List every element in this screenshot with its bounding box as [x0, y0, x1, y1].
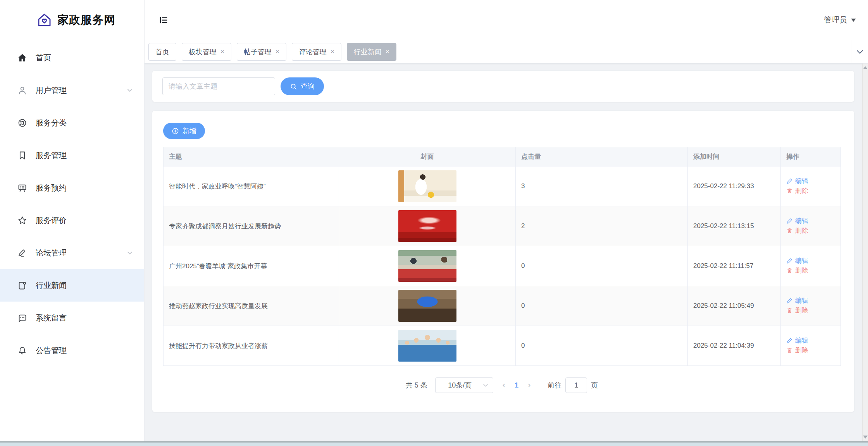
trash-icon: [786, 347, 793, 353]
chevron-down-icon: [126, 249, 133, 256]
bell-icon: [17, 345, 28, 356]
tab-label: 评论管理: [299, 47, 327, 57]
tab-comment-management[interactable]: 评论管理×: [292, 43, 341, 61]
sidebar-item-service-review[interactable]: 服务评价: [0, 204, 144, 237]
column-header-actions: 操作: [781, 147, 841, 166]
search-icon: [290, 83, 297, 90]
search-panel: 查询: [152, 71, 854, 102]
edit-link[interactable]: 编辑: [786, 216, 808, 225]
column-header-cover: 封面: [339, 147, 516, 166]
board-icon: [17, 183, 28, 193]
subject-cell: 广州2025“春暖羊城”家政集市开幕: [164, 246, 339, 286]
app-logo: 家政服务网: [0, 0, 144, 40]
clicks-cell: 0: [516, 326, 688, 366]
edit-pencil-icon: [786, 218, 793, 224]
cover-image: [398, 170, 456, 202]
horizontal-scrollbar[interactable]: [0, 441, 868, 446]
delete-link[interactable]: 删除: [786, 306, 808, 315]
sidebar-item-user-management[interactable]: 用户管理: [0, 74, 144, 106]
circle-plus-icon: [172, 127, 179, 135]
bookmark-icon: [17, 150, 28, 161]
scrollbar-down-arrow-icon[interactable]: [863, 436, 868, 439]
sidebar-item-label: 服务预约: [36, 183, 67, 193]
cover-image: [398, 250, 456, 282]
sidebar-item-label: 公告管理: [36, 345, 67, 356]
table-row: 广州2025“春暖羊城”家政集市开幕 0 2025-02-22 11:11:57…: [164, 246, 841, 286]
sidebar-item-service-management[interactable]: 服务管理: [0, 139, 144, 172]
sidebar-item-label: 服务管理: [36, 150, 67, 161]
add-button[interactable]: 新增: [163, 123, 205, 139]
delete-link[interactable]: 删除: [786, 226, 808, 235]
sidebar-item-forum-management[interactable]: 论坛管理: [0, 237, 144, 269]
admin-dropdown[interactable]: 管理员: [824, 15, 856, 25]
prev-page-button[interactable]: ‹: [500, 380, 508, 390]
goto-label: 前往: [548, 381, 561, 390]
sidebar: 家政服务网 首页 用户管理 服务分类: [0, 0, 145, 441]
vertical-scrollbar[interactable]: [862, 63, 868, 441]
sidebar-item-system-messages[interactable]: 系统留言: [0, 302, 144, 334]
scrollbar-up-arrow-icon[interactable]: [863, 66, 868, 69]
trash-icon: [786, 187, 793, 194]
admin-name: 管理员: [824, 15, 847, 25]
star-icon: [17, 215, 28, 226]
sidebar-item-label: 服务评价: [36, 215, 67, 226]
query-button[interactable]: 查询: [281, 77, 324, 95]
next-page-button[interactable]: ›: [525, 380, 533, 390]
delete-link[interactable]: 删除: [786, 346, 808, 355]
goto-page-input[interactable]: [565, 377, 587, 393]
close-icon[interactable]: ×: [331, 48, 334, 55]
sidebar-item-label: 系统留言: [36, 313, 67, 323]
tab-label: 板块管理: [189, 47, 217, 57]
clicks-cell: 0: [516, 286, 688, 326]
house-heart-logo-icon: [36, 12, 52, 28]
chevron-down-icon: [126, 87, 133, 94]
sidebar-item-service-booking[interactable]: 服务预约: [0, 172, 144, 204]
table-header-row: 主题 封面 点击量 添加时间 操作: [164, 147, 841, 166]
page-size-select[interactable]: 10条/页: [435, 377, 493, 393]
message-icon: [17, 313, 28, 323]
sidebar-item-industry-news[interactable]: 行业新闻: [0, 269, 144, 302]
tabs-overflow-button[interactable]: [851, 40, 868, 63]
tab-board-management[interactable]: 板块管理×: [182, 43, 231, 61]
app-title: 家政服务网: [57, 12, 115, 28]
caret-down-icon: [851, 18, 856, 22]
close-icon[interactable]: ×: [386, 48, 389, 55]
column-header-subject: 主题: [164, 147, 339, 166]
tab-home[interactable]: 首页: [148, 43, 176, 61]
tag-view-bar: 首页 板块管理× 帖子管理× 评论管理× 行业新闻×: [145, 40, 868, 63]
time-cell: 2025-02-22 11:13:15: [688, 206, 781, 246]
page-number-1[interactable]: 1: [515, 381, 518, 389]
close-icon[interactable]: ×: [220, 48, 224, 55]
table-row: 专家齐聚成都洞察月嫂行业发展新趋势 2 2025-02-22 11:13:15 …: [164, 206, 841, 246]
column-header-clicks: 点击量: [516, 147, 688, 166]
tab-industry-news[interactable]: 行业新闻×: [347, 43, 396, 61]
top-header: 管理员: [145, 0, 868, 40]
subject-cell: 智能时代，家政业呼唤“智慧阿姨”: [164, 166, 339, 206]
subject-cell: 专家齐聚成都洞察月嫂行业发展新趋势: [164, 206, 339, 246]
add-button-label: 新增: [183, 126, 196, 136]
edit-link[interactable]: 编辑: [786, 256, 808, 265]
sidebar-item-label: 服务分类: [36, 118, 67, 128]
delete-link[interactable]: 删除: [786, 266, 808, 275]
edit-link[interactable]: 编辑: [786, 296, 808, 305]
sidebar-menu: 首页 用户管理 服务分类 服务管理: [0, 40, 144, 367]
pagination: 共 5 条 10条/页 ‹ 1 › 前往 页: [163, 377, 840, 393]
sidebar-item-service-category[interactable]: 服务分类: [0, 106, 144, 139]
delete-link[interactable]: 删除: [786, 186, 808, 195]
edit-link[interactable]: 编辑: [786, 177, 808, 185]
article-subject-input[interactable]: [162, 77, 275, 95]
chevron-down-icon: [856, 49, 864, 55]
sidebar-item-home[interactable]: 首页: [0, 41, 144, 74]
close-icon[interactable]: ×: [276, 48, 279, 55]
sidebar-item-announcements[interactable]: 公告管理: [0, 334, 144, 367]
trash-icon: [786, 307, 793, 314]
news-table: 主题 封面 点击量 添加时间 操作 智能时代，家政业呼唤“智慧阿姨” 3 202…: [163, 147, 841, 366]
tab-label: 行业新闻: [354, 47, 382, 57]
edit-link[interactable]: 编辑: [786, 336, 808, 345]
home-icon: [17, 53, 28, 63]
sidebar-fold-icon[interactable]: [158, 15, 169, 25]
tab-post-management[interactable]: 帖子管理×: [237, 43, 286, 61]
edit-pencil-icon: [786, 337, 793, 344]
news-table-panel: 新增 主题 封面 点击量 添加时间 操作 智能时代，家政业呼唤“智慧阿姨” 3 …: [152, 111, 854, 412]
cover-image: [398, 290, 456, 322]
